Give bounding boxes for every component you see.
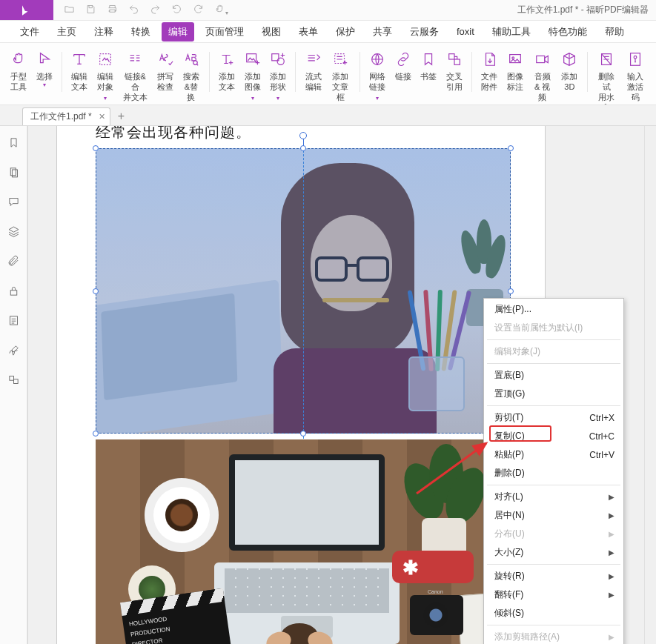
menu-protect[interactable]: 保护 xyxy=(329,22,362,42)
menu-comment[interactable]: 注释 xyxy=(87,22,120,42)
svg-rect-11 xyxy=(536,56,544,62)
security-panel-icon[interactable] xyxy=(7,285,20,299)
ctx-properties[interactable]: 属性(P)... xyxy=(484,300,623,319)
ctx-cut[interactable]: 剪切(T)Ctrl+X xyxy=(484,408,623,427)
document-tabstrip: 工作文件1.pdf * ✕ + xyxy=(0,105,656,126)
merge-panel-icon[interactable] xyxy=(7,374,20,388)
ctx-flip[interactable]: 翻转(F)▶ xyxy=(484,585,623,604)
menu-assist[interactable]: 辅助工具 xyxy=(486,22,537,42)
ribbon-audio-video[interactable]: 音频& 视频 xyxy=(528,47,557,104)
menu-convert[interactable]: 转换 xyxy=(125,22,157,42)
rotate-handle[interactable] xyxy=(299,132,307,139)
svg-rect-17 xyxy=(10,291,17,295)
quick-access-toolbar: ▾ xyxy=(53,4,228,17)
ribbon-edit-object[interactable]: 编辑对象▾ xyxy=(93,47,119,105)
ribbon-edit-text[interactable]: 编辑文本 xyxy=(67,47,93,93)
resize-handle[interactable] xyxy=(300,145,306,151)
menu-help[interactable]: 帮助 xyxy=(598,22,631,42)
pdf-page: 经常会出现各种问题。 xyxy=(56,126,546,644)
menu-file[interactable]: 文件 xyxy=(13,22,46,42)
ctx-bring-front[interactable]: 置顶(G) xyxy=(484,385,623,403)
image-object-2[interactable]: ✱ Canon HOLLYWOOD PRODUCTION DIRECTOR CA… xyxy=(96,439,511,644)
svg-rect-19 xyxy=(9,376,13,381)
form-panel-icon[interactable] xyxy=(7,314,20,329)
menu-edit[interactable]: 编辑 xyxy=(162,22,194,42)
print-icon[interactable] xyxy=(107,4,118,17)
document-tab[interactable]: 工作文件1.pdf * ✕ xyxy=(22,107,110,125)
hand-icon[interactable]: ▾ xyxy=(214,4,228,17)
ribbon-bookmark[interactable]: 书签 xyxy=(416,47,442,83)
comments-panel-icon[interactable] xyxy=(7,196,20,210)
ribbon-select[interactable]: 选择▾ xyxy=(32,47,58,92)
signature-panel-icon[interactable] xyxy=(7,344,20,359)
undo-icon[interactable] xyxy=(128,4,139,17)
ribbon-cross-ref[interactable]: 交叉引用 xyxy=(442,47,468,93)
redo-icon[interactable] xyxy=(150,4,161,17)
selected-image-object[interactable]: ✱ Canon HOLLYWOOD PRODUCTION DIRECTOR CA… xyxy=(96,148,545,644)
undo2-icon[interactable] xyxy=(171,4,182,17)
ctx-add-clip: 添加剪辑路径(A)▶ xyxy=(484,628,623,644)
menu-page-manage[interactable]: 页面管理 xyxy=(199,22,251,42)
svg-rect-20 xyxy=(13,379,18,384)
resize-handle[interactable] xyxy=(300,431,306,436)
svg-rect-8 xyxy=(454,59,460,64)
ribbon-add-shape[interactable]: 添加形状▾ xyxy=(265,47,291,105)
ctx-paste[interactable]: 粘贴(P)Ctrl+V xyxy=(484,445,623,464)
document-tab-label: 工作文件1.pdf * xyxy=(30,111,92,122)
ribbon-link[interactable]: 链接 xyxy=(391,47,417,83)
svg-rect-15 xyxy=(10,168,16,176)
ribbon-add-image[interactable]: 添加图像▾ xyxy=(239,47,265,105)
menu-share[interactable]: 共享 xyxy=(366,22,399,42)
bookmark-panel-icon[interactable] xyxy=(7,136,20,151)
left-sidebar xyxy=(0,126,27,644)
ribbon-spellcheck[interactable]: 拼写检查 xyxy=(152,47,178,93)
add-tab-button[interactable]: + xyxy=(118,110,125,125)
menu-form[interactable]: 表单 xyxy=(292,22,325,42)
save-icon[interactable] xyxy=(85,4,96,17)
close-tab-icon[interactable]: ✕ xyxy=(99,112,105,122)
svg-point-14 xyxy=(635,56,637,59)
resize-handle[interactable] xyxy=(93,288,99,294)
menu-feature[interactable]: 特色功能 xyxy=(542,22,594,42)
ctx-shear[interactable]: 倾斜(S) xyxy=(484,604,623,623)
ribbon-image-annot[interactable]: 图像标注 xyxy=(503,47,529,93)
ribbon-add-text[interactable]: 添加文本 xyxy=(214,47,240,93)
attachments-panel-icon[interactable] xyxy=(7,255,20,270)
vertical-scrollbar[interactable] xyxy=(644,126,656,644)
ribbon-add-3d[interactable]: 添加3D xyxy=(557,47,583,93)
ctx-copy[interactable]: 复制(C)Ctrl+C xyxy=(484,427,623,445)
ribbon-file-attach[interactable]: 文件附件 xyxy=(477,47,503,93)
resize-handle[interactable] xyxy=(508,288,514,294)
pages-panel-icon[interactable] xyxy=(7,166,20,181)
ctx-set-default: 设置当前属性为默认(I) xyxy=(484,319,623,337)
ribbon-reflow-edit[interactable]: 流式编辑 xyxy=(300,47,326,93)
ctx-align[interactable]: 对齐(L)▶ xyxy=(484,488,623,506)
open-icon[interactable] xyxy=(64,4,75,17)
ribbon-search-replace[interactable]: 搜索&替换 xyxy=(178,47,205,104)
svg-rect-16 xyxy=(12,170,17,177)
context-menu: 属性(P)... 设置当前属性为默认(I) 编辑对象(J) 置底(B) 置顶(G… xyxy=(483,298,624,644)
menu-foxit[interactable]: foxit xyxy=(450,23,481,40)
menu-home[interactable]: 主页 xyxy=(50,22,83,42)
layers-panel-icon[interactable] xyxy=(7,225,20,240)
ribbon-input-activation-code[interactable]: 输入激活码 xyxy=(621,47,650,104)
menu-cloud[interactable]: 云服务 xyxy=(403,22,445,42)
ribbon-link-merge[interactable]: 链接&合并文本 xyxy=(118,47,152,104)
menu-view[interactable]: 视图 xyxy=(255,22,288,42)
ctx-send-back[interactable]: 置底(B) xyxy=(484,366,623,385)
ctx-size[interactable]: 大小(Z)▶ xyxy=(484,543,623,562)
resize-handle[interactable] xyxy=(508,145,514,151)
svg-point-4 xyxy=(277,58,284,64)
ribbon-remove-trial-watermark[interactable]: 删除试用水印 xyxy=(592,47,621,105)
ctx-rotate[interactable]: 旋转(R)▶ xyxy=(484,567,623,585)
ribbon-add-article[interactable]: 添加文章框 xyxy=(326,47,355,104)
menu-bar: 文件 主页 注释 转换 编辑 页面管理 视图 表单 保护 共享 云服务 foxi… xyxy=(0,21,656,43)
ctx-center[interactable]: 居中(N)▶ xyxy=(484,506,623,525)
ribbon-hand-tool[interactable]: 手型工具 xyxy=(6,47,32,93)
ribbon-web-link[interactable]: 网络链接▾ xyxy=(365,47,391,105)
redo2-icon[interactable] xyxy=(193,4,204,17)
app-logo xyxy=(0,0,53,20)
ctx-delete[interactable]: 删除(D) xyxy=(484,464,623,482)
resize-handle[interactable] xyxy=(93,145,99,151)
resize-handle[interactable] xyxy=(93,431,99,436)
